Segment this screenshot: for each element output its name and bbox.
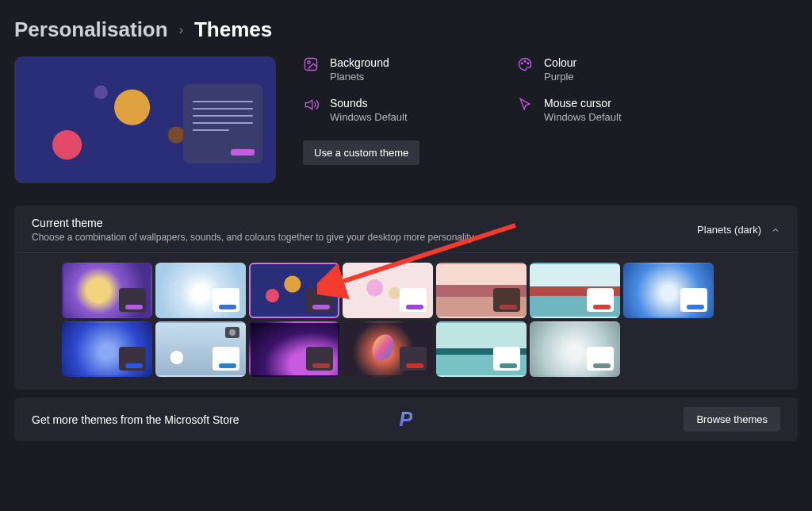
sounds-value: Windows Default xyxy=(330,111,408,123)
theme-thumb-6[interactable] xyxy=(530,263,620,318)
current-theme-panel: Current theme Choose a combination of wa… xyxy=(14,206,798,390)
store-logo-icon: P xyxy=(399,407,412,432)
theme-accent-pill xyxy=(219,305,236,309)
svg-point-1 xyxy=(308,61,310,63)
theme-preview xyxy=(14,56,276,183)
sounds-property[interactable]: Sounds Windows Default xyxy=(303,97,462,123)
picture-icon xyxy=(303,56,319,72)
current-theme-subtitle: Choose a combination of wallpapers, soun… xyxy=(32,232,474,243)
theme-thumb-1[interactable] xyxy=(62,263,152,318)
theme-accent-pill xyxy=(593,305,611,309)
colour-label: Colour xyxy=(544,56,576,69)
theme-accent-pill xyxy=(500,363,517,368)
current-theme-selected-label: Planets (dark) xyxy=(697,224,761,236)
theme-accent-pill xyxy=(500,305,517,309)
chevron-up-icon xyxy=(771,225,780,235)
theme-thumb-11[interactable] xyxy=(343,321,433,377)
svg-rect-0 xyxy=(305,59,317,71)
theme-thumb-10[interactable] xyxy=(249,321,339,377)
theme-thumb-3[interactable] xyxy=(249,263,339,318)
theme-accent-pill xyxy=(593,363,611,368)
cursor-value: Windows Default xyxy=(544,111,622,123)
theme-thumb-7[interactable] xyxy=(623,263,714,318)
theme-thumb-8[interactable] xyxy=(62,321,152,377)
current-theme-title: Current theme xyxy=(32,217,474,229)
cursor-icon xyxy=(517,97,533,113)
camera-icon xyxy=(225,327,239,338)
breadcrumb-current: Themes xyxy=(194,17,272,42)
colour-property[interactable]: Colour Purple xyxy=(517,56,676,83)
theme-grid xyxy=(14,252,798,390)
current-theme-header[interactable]: Current theme Choose a combination of wa… xyxy=(14,206,798,252)
theme-thumb-2[interactable] xyxy=(155,263,246,318)
theme-thumb-9[interactable] xyxy=(155,321,246,377)
current-theme-toggle[interactable]: Planets (dark) xyxy=(697,224,780,236)
background-property[interactable]: Background Planets xyxy=(303,56,462,83)
colour-value: Purple xyxy=(544,71,576,83)
theme-accent-pill xyxy=(219,363,236,368)
store-row: Get more themes from the Microsoft Store… xyxy=(14,398,798,441)
theme-accent-pill xyxy=(312,305,330,309)
theme-thumb-4[interactable] xyxy=(343,263,433,318)
sound-icon xyxy=(303,97,319,113)
breadcrumb-parent[interactable]: Personalisation xyxy=(14,17,168,42)
background-value: Planets xyxy=(330,71,389,83)
browse-themes-button[interactable]: Browse themes xyxy=(684,407,780,432)
theme-accent-pill xyxy=(312,363,330,368)
svg-point-3 xyxy=(524,60,526,62)
svg-point-2 xyxy=(521,63,523,64)
theme-thumb-12[interactable] xyxy=(436,321,527,377)
theme-thumb-5[interactable] xyxy=(436,263,527,318)
cursor-property[interactable]: Mouse cursor Windows Default xyxy=(517,97,676,123)
background-label: Background xyxy=(330,56,389,69)
use-custom-theme-button[interactable]: Use a custom theme xyxy=(303,140,419,165)
theme-accent-pill xyxy=(125,305,143,309)
sounds-label: Sounds xyxy=(330,97,408,110)
theme-accent-pill xyxy=(406,363,423,368)
theme-accent-pill xyxy=(687,305,704,309)
store-text: Get more themes from the Microsoft Store xyxy=(32,413,239,426)
svg-point-4 xyxy=(527,63,529,64)
breadcrumb: Personalisation › Themes xyxy=(14,17,798,42)
chevron-right-icon: › xyxy=(179,23,183,37)
theme-thumb-13[interactable] xyxy=(530,321,620,377)
palette-icon xyxy=(517,56,533,72)
cursor-label: Mouse cursor xyxy=(544,97,622,110)
theme-accent-pill xyxy=(125,363,143,368)
theme-accent-pill xyxy=(406,305,423,309)
